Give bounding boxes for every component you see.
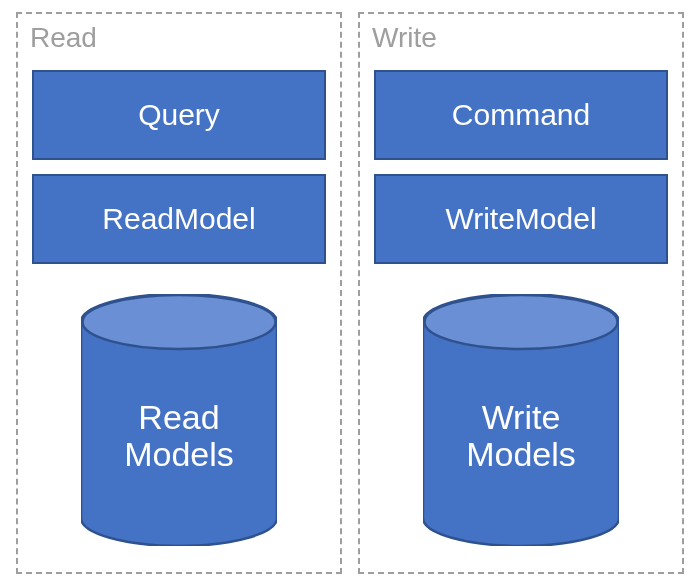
write-title: Write — [372, 22, 437, 54]
svg-point-1 — [425, 295, 618, 349]
command-block: Command — [374, 70, 668, 160]
read-title: Read — [30, 22, 97, 54]
svg-point-0 — [83, 295, 276, 349]
command-label: Command — [452, 98, 590, 132]
readmodel-label: ReadModel — [102, 202, 255, 236]
read-models-cylinder-icon: Read Models — [81, 294, 277, 546]
writemodel-label: WriteModel — [445, 202, 596, 236]
query-label: Query — [138, 98, 220, 132]
write-models-cylinder-icon: Write Models — [423, 294, 619, 546]
readmodel-block: ReadModel — [32, 174, 326, 264]
writemodel-block: WriteModel — [374, 174, 668, 264]
write-container: Write Command WriteModel Write Models — [358, 12, 684, 574]
query-block: Query — [32, 70, 326, 160]
read-container: Read Query ReadModel Read Models — [16, 12, 342, 574]
cqrs-diagram: Read Query ReadModel Read Models Write C… — [0, 0, 700, 586]
